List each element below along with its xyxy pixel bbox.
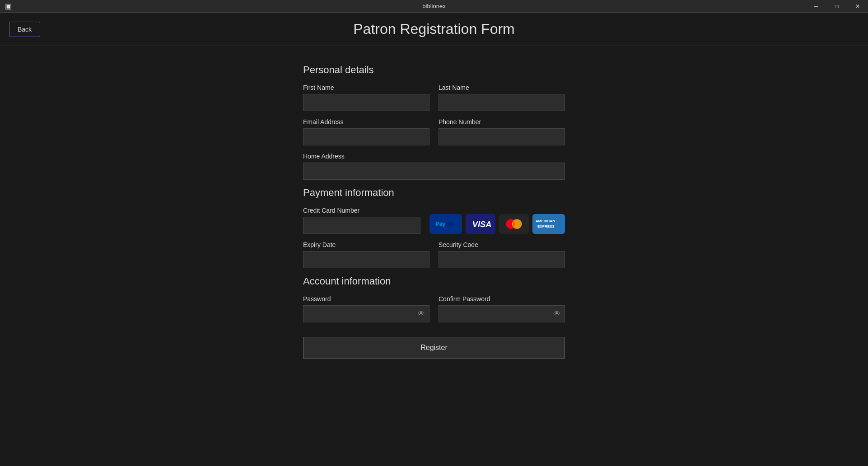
confirm-password-toggle-icon[interactable]: 👁 — [553, 310, 560, 318]
password-group: Password 👁 — [303, 295, 429, 322]
register-button[interactable]: Register — [303, 337, 565, 359]
svg-rect-8 — [533, 216, 564, 232]
confirm-password-group: Confirm Password 👁 — [439, 295, 565, 322]
security-code-label: Security Code — [439, 241, 565, 248]
email-phone-row: Email Address Phone Number — [303, 118, 565, 145]
expiry-date-input[interactable] — [303, 251, 429, 268]
svg-text:Pay: Pay — [436, 221, 446, 227]
form-container: Personal details First Name Last Name Em… — [303, 64, 565, 359]
mastercard-icon — [499, 214, 529, 234]
payment-info-heading: Payment information — [303, 187, 565, 199]
page-title: Patron Registration Form — [353, 21, 514, 37]
paypal-icon: Pay Pal — [429, 214, 462, 234]
maximize-button[interactable]: □ — [826, 0, 847, 13]
last-name-input[interactable] — [439, 94, 565, 111]
svg-text:AMERICAN: AMERICAN — [536, 219, 555, 223]
address-row: Home Address — [303, 153, 565, 180]
account-info-heading: Account information — [303, 275, 565, 287]
first-name-input[interactable] — [303, 94, 429, 111]
password-toggle-icon[interactable]: 👁 — [418, 310, 425, 318]
home-address-group: Home Address — [303, 153, 565, 180]
title-bar-text: biblionex — [422, 3, 445, 9]
home-address-input[interactable] — [303, 163, 565, 180]
svg-text:VISA: VISA — [472, 219, 492, 229]
password-label: Password — [303, 295, 429, 303]
first-name-group: First Name — [303, 84, 429, 111]
svg-text:Pal: Pal — [445, 221, 453, 227]
amex-icon: AMERICAN EXPRESS — [532, 214, 565, 234]
expiry-date-label: Expiry Date — [303, 241, 429, 248]
email-group: Email Address — [303, 118, 429, 145]
security-code-group: Security Code — [439, 241, 565, 268]
personal-details-heading: Personal details — [303, 64, 565, 76]
confirm-password-wrapper: 👁 — [439, 305, 565, 322]
app-icon: ▣ — [5, 3, 12, 10]
phone-label: Phone Number — [439, 118, 565, 126]
payment-icons: Pay Pal VISA — [429, 214, 565, 234]
password-input[interactable] — [303, 305, 429, 322]
close-button[interactable]: ✕ — [847, 0, 868, 13]
phone-group: Phone Number — [439, 118, 565, 145]
password-wrapper: 👁 — [303, 305, 429, 322]
security-code-input[interactable] — [439, 251, 565, 268]
expiry-date-group: Expiry Date — [303, 241, 429, 268]
first-name-label: First Name — [303, 84, 429, 91]
svg-text:EXPRESS: EXPRESS — [537, 224, 555, 228]
minimize-button[interactable]: ─ — [806, 0, 826, 13]
title-bar: ▣ biblionex ─ □ ✕ — [0, 0, 868, 13]
phone-input[interactable] — [439, 128, 565, 145]
header: Back Patron Registration Form — [0, 13, 868, 46]
name-row: First Name Last Name — [303, 84, 565, 111]
main-content: Personal details First Name Last Name Em… — [0, 46, 868, 386]
last-name-label: Last Name — [439, 84, 565, 91]
email-input[interactable] — [303, 128, 429, 145]
confirm-password-label: Confirm Password — [439, 295, 565, 303]
credit-card-group: Credit Card Number — [303, 207, 420, 234]
expiry-security-row: Expiry Date Security Code — [303, 241, 565, 268]
back-button[interactable]: Back — [9, 22, 40, 37]
window-controls: ─ □ ✕ — [806, 0, 868, 12]
home-address-label: Home Address — [303, 153, 565, 160]
email-label: Email Address — [303, 118, 429, 126]
credit-card-input[interactable] — [303, 217, 420, 234]
password-row: Password 👁 Confirm Password 👁 — [303, 295, 565, 322]
credit-card-label: Credit Card Number — [303, 207, 420, 214]
credit-card-row: Credit Card Number Pay Pal VISA — [303, 207, 565, 234]
confirm-password-input[interactable] — [439, 305, 565, 322]
visa-icon: VISA — [466, 214, 495, 234]
last-name-group: Last Name — [439, 84, 565, 111]
